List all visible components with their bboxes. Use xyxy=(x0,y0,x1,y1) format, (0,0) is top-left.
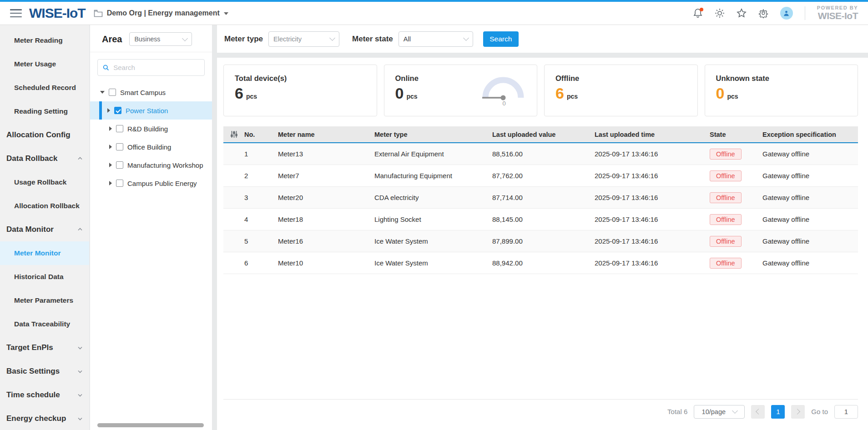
sidebar-item-usage-rollback[interactable]: Usage Rollback xyxy=(0,170,89,194)
sidebar-item-label: Allocation Rollback xyxy=(14,202,80,210)
card-unit: pcs xyxy=(567,93,578,100)
area-scope-select[interactable]: Business xyxy=(129,32,192,46)
status-badge: Offline xyxy=(710,170,742,181)
tree-node-office-building[interactable]: Office Building xyxy=(90,138,212,156)
tree-expand-icon[interactable] xyxy=(100,91,105,94)
user-avatar[interactable] xyxy=(780,7,793,20)
org-selector-label: Demo Org | Energy management xyxy=(107,9,220,17)
tree-node-campus-public-energy[interactable]: Campus Public Energy xyxy=(90,174,212,192)
header-no: No. xyxy=(244,131,278,138)
sidebar-item-label: Data Traceability xyxy=(14,320,70,328)
sidebar-item-meter-parameters[interactable]: Meter Parameters xyxy=(0,289,89,312)
tree-node-label: Office Building xyxy=(127,143,171,151)
meter-table: No. Meter name Meter type Last uploaded … xyxy=(223,126,858,274)
tree-node-label: Campus Public Energy xyxy=(127,180,197,187)
cell-no: 5 xyxy=(244,237,278,245)
cell-last-uploaded-value: 87,762.00 xyxy=(492,172,595,180)
horizontal-scrollbar[interactable] xyxy=(97,423,204,427)
page-number-1[interactable]: 1 xyxy=(771,405,785,419)
folder-icon xyxy=(94,10,103,17)
powered-by: POWERED BY WISE-IoT xyxy=(817,5,858,21)
area-search-box[interactable] xyxy=(97,59,205,76)
sidebar-item-label: Data Rollback xyxy=(6,154,57,163)
powered-by-line2: WISE-IoT xyxy=(817,11,858,21)
tree-node-rd-building[interactable]: R&D Building xyxy=(90,120,212,138)
sidebar-item-label: Time schedule xyxy=(6,390,60,400)
header-last-uploaded-value: Last uploaded value xyxy=(492,131,595,138)
brightness-icon[interactable] xyxy=(715,8,725,18)
tree-checkbox-checked[interactable] xyxy=(114,107,121,114)
page-size-value: 10/page xyxy=(702,408,726,415)
sidebar-item-label: Scheduled Record xyxy=(14,84,76,92)
sidebar-item-label: Usage Rollback xyxy=(14,178,66,186)
sidebar-item-reading-setting[interactable]: Reading Setting xyxy=(0,100,89,123)
sidebar-item-allocation-config[interactable]: Allocation Config xyxy=(0,123,89,147)
sidebar-item-scheduled-record[interactable]: Scheduled Record xyxy=(0,76,89,100)
notification-bell-icon[interactable] xyxy=(693,8,703,18)
sidebar-item-label: Meter Reading xyxy=(14,36,63,45)
sidebar-item-data-monitor[interactable]: Data Monitor xyxy=(0,218,89,241)
cell-meter-type: External Air Equipment xyxy=(374,150,492,158)
sidebar-item-allocation-rollback[interactable]: Allocation Rollback xyxy=(0,194,89,218)
cell-last-uploaded-time: 2025-09-17 13:46:16 xyxy=(595,215,710,223)
sidebar-item-data-traceability[interactable]: Data Traceability xyxy=(0,312,89,336)
sidebar-item-meter-monitor[interactable]: Meter Monitor xyxy=(0,241,89,265)
filter-bar: Meter type Electricity Meter state All S… xyxy=(217,25,868,53)
sidebar-item-meter-usage[interactable]: Meter Usage xyxy=(0,52,89,76)
status-badge: Offline xyxy=(710,236,742,247)
tree-collapse-icon[interactable] xyxy=(109,145,112,149)
meter-type-value: Electricity xyxy=(273,35,302,43)
gauge-value-label: 0 xyxy=(502,100,505,107)
tree-checkbox[interactable] xyxy=(109,89,116,96)
tree-collapse-icon[interactable] xyxy=(109,163,112,167)
settings-gear-icon[interactable] xyxy=(758,8,768,18)
main-content: Meter type Electricity Meter state All S… xyxy=(217,25,868,430)
chevron-down-icon xyxy=(329,35,335,41)
meter-type-select[interactable]: Electricity xyxy=(268,31,339,47)
card-unit: pcs xyxy=(246,93,257,100)
hamburger-menu-icon[interactable] xyxy=(10,9,22,17)
next-page-button[interactable] xyxy=(791,405,805,419)
sidebar-item-basic-settings[interactable]: Basic Settings xyxy=(0,360,89,383)
tree-node-power-station[interactable]: Power Station xyxy=(90,101,212,120)
tree-node-smart-campus[interactable]: Smart Campus xyxy=(90,83,212,101)
card-unit: pcs xyxy=(406,93,417,100)
tree-collapse-icon[interactable] xyxy=(107,108,110,113)
table-row: 1 Meter13 External Air Equipment 88,516.… xyxy=(223,143,858,165)
sidebar-item-energy-checkup[interactable]: Energy checkup xyxy=(0,407,89,430)
content-panel: Total device(s) 6pcs Online 0pcs 0 xyxy=(217,58,868,430)
search-button[interactable]: Search xyxy=(483,31,519,47)
sidebar-item-meter-reading[interactable]: Meter Reading xyxy=(0,29,89,52)
favorite-star-icon[interactable] xyxy=(737,8,747,18)
meter-state-select[interactable]: All xyxy=(399,31,473,47)
meter-state-value: All xyxy=(404,35,411,43)
header-divider xyxy=(805,6,805,20)
card-value: 0 xyxy=(716,85,725,101)
cell-last-uploaded-time: 2025-09-17 13:46:16 xyxy=(595,237,710,245)
tree-checkbox[interactable] xyxy=(116,143,123,150)
goto-page-input[interactable] xyxy=(834,405,858,419)
tree-collapse-icon[interactable] xyxy=(109,181,112,185)
area-search-input[interactable] xyxy=(113,64,199,71)
cell-meter-name: Meter18 xyxy=(278,215,374,223)
tree-checkbox[interactable] xyxy=(116,125,123,132)
column-settings-icon[interactable] xyxy=(223,130,244,138)
sidebar-item-historical-data[interactable]: Historical Data xyxy=(0,265,89,289)
tree-collapse-icon[interactable] xyxy=(109,126,112,131)
header-meter-type: Meter type xyxy=(374,131,492,138)
tree-checkbox[interactable] xyxy=(116,180,123,187)
sidebar-item-label: Meter Monitor xyxy=(14,249,61,257)
page-size-select[interactable]: 10/page xyxy=(694,405,745,419)
wise-iot-logo: WISE-IoT xyxy=(29,5,86,21)
tree-node-manufacturing-workshop[interactable]: Manufacturing Workshop xyxy=(90,156,212,174)
cell-last-uploaded-value: 88,145.00 xyxy=(492,215,595,223)
sidebar-item-target-enpis[interactable]: Target EnPIs xyxy=(0,336,89,360)
prev-page-button[interactable] xyxy=(751,405,765,419)
sidebar-item-time-schedule[interactable]: Time schedule xyxy=(0,383,89,407)
header-state: State xyxy=(710,131,762,138)
tree-checkbox[interactable] xyxy=(116,161,123,169)
org-selector[interactable]: Demo Org | Energy management xyxy=(94,9,228,17)
cell-exception: Gateway offline xyxy=(762,172,858,180)
sidebar-item-data-rollback[interactable]: Data Rollback xyxy=(0,147,89,170)
online-gauge: 0 xyxy=(481,73,525,107)
